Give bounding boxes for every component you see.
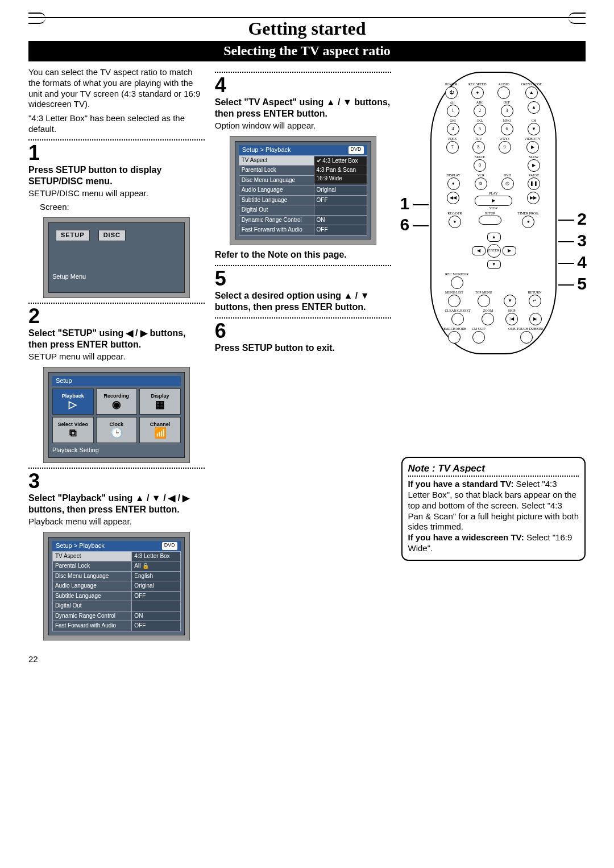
remote-audio-button [497,86,510,99]
header-ornament-left [28,13,45,24]
step-6-heading: Press SETUP button to exit. [215,342,391,354]
remote-0-button: 0 [474,159,486,172]
separator [28,139,205,140]
note-subhead-2: If you have a widescreen TV: [408,532,524,542]
remote-down2-button: ▼ [504,295,516,307]
remote-left-button: ◀ [472,246,486,255]
step-1-number: 1 [28,143,205,163]
remote-2-button: 2 [474,105,486,117]
remote-1-button: 1 [447,105,459,117]
step-2-heading: Select "SETUP" using ◀ / ▶ buttons, then… [28,328,205,350]
osd4-option-1: 4:3 Pan & Scan [314,166,367,175]
osd-cell-playback: Playback▷ [52,388,94,415]
callout-3: 3 [577,232,587,249]
remote-setup-button [479,216,501,225]
remote-enter-button: ENTER [487,244,501,258]
remote-recmonitor-button [451,276,463,289]
osd-setup-caption: Setup Menu [52,273,181,281]
remote-menulist-button [448,295,460,307]
step-3-heading: Select "Playback" using ▲ / ▼ / ◀ / ▶ bu… [28,493,205,515]
separator [215,72,391,73]
remote-vcr-button: ⊚ [475,177,487,190]
remote-8-button: 8 [472,141,485,154]
step-6-number: 6 [215,321,391,341]
callout-5: 5 [577,275,587,292]
remote-return-button: ↩ [529,295,541,307]
step-3-number: 3 [28,471,205,491]
column-left: You can select the TV aspect ratio to ma… [28,67,205,645]
remote-up-button: ▲ [487,233,501,242]
column-right: 1 6 2 3 4 5 POWER⏻ REC SPEED● AUDIO OPEN… [401,67,586,645]
step-1-screen-label: Screen: [40,202,205,213]
remote-down-button: ▼ [487,260,501,269]
remote-skipback-button: |◀ [505,313,518,325]
osd-disc-button: DISC [98,230,126,241]
step-4-body: Option window will appear. [215,121,391,131]
separator [28,468,205,469]
remote-rec-button: ● [449,216,461,228]
remote-videotv-button: ▶ [526,141,539,154]
remote-6-button: 6 [501,123,513,135]
step-4-note-ref: Refer to the Note on this page. [215,249,391,261]
chapter-header: Getting started Selecting the TV aspect … [28,17,586,61]
osd-setup-header: Setup [52,376,181,386]
remote-4-button: 4 [447,123,459,135]
intro-paragraph-1: You can select the TV aspect ratio to ma… [28,67,205,110]
content-columns: You can select the TV aspect ratio to ma… [28,67,586,645]
remote-ff-button: ▶▶ [527,192,540,204]
remote-dubbing-button [520,331,533,344]
remote-rew-button: ◀◀ [447,192,459,204]
remote-9-button: 9 [499,141,511,154]
step-5-number: 5 [215,268,391,289]
osd-setup-menu: Setup Playback▷ Recording◉ Display▦ Sele… [43,367,190,464]
page-number: 22 [28,654,586,665]
osd4-option-2: 16:9 Wide [314,175,367,184]
step-1-body: SETUP/DISC menu will appear. [28,188,205,199]
intro-paragraph-2: "4:3 Letter Box" has been select­ed as t… [28,113,205,135]
osd3-table: TV Aspect4:3 Letter Box Parental LockAll… [52,551,181,631]
callout-2: 2 [577,210,587,228]
remote-clear-button [451,313,464,325]
step-4-number: 4 [215,75,391,96]
osd-tv-aspect-options: Setup > Playback DVD TV Aspect 4:3 Lette… [230,136,376,245]
remote-skipfwd-button: ▶| [529,313,542,325]
separator [28,303,205,304]
remote-searchmode-button [448,331,460,344]
remote-chup-button: ▲ [528,101,540,114]
remote-control-diagram: POWER⏻ REC SPEED● AUDIO OPEN/CLOSE▲ @/:1… [430,72,557,354]
remote-chdown-button: ▼ [528,123,540,135]
osd3-dvd-badge: DVD [162,542,177,550]
step-5-heading: Select a desired option using ▲ / ▼ butt… [215,290,391,313]
osd-cell-clock: Clock🕒 [96,417,138,443]
osd-setup2-caption: Playback Setting [52,447,181,454]
remote-display-button: ● [447,177,460,190]
remote-recspeed-button: ● [471,86,484,99]
note-title: Note : TV Aspect [408,462,579,474]
remote-slow-button: ▶ [528,159,540,172]
osd-cell-select-video: Select Video⧉ [52,417,94,443]
osd-cell-display: Display▦ [139,388,181,415]
remote-dvd-button: ◎ [501,177,514,190]
osd3-breadcrumb: Setup > Playback [56,542,105,550]
remote-cmskip-button [472,331,485,344]
osd-cell-recording: Recording◉ [96,388,138,415]
column-middle: 4 Select "TV Aspect" using ▲ / ▼ buttons… [215,67,391,645]
osd4-table: TV Aspect 4:3 Letter Box 4:3 Pan & Scan … [239,155,367,235]
remote-openclose-button: ▲ [525,86,538,99]
separator [215,317,391,319]
remote-zoom-button [482,313,494,325]
remote-right-button: ▶ [503,246,516,255]
callout-6: 6 [400,216,410,233]
remote-power-button: ⏻ [445,86,458,99]
remote-3-button: 3 [501,105,513,117]
remote-topmenu-button [478,295,490,307]
step-3-body: Playback menu will appear. [28,516,205,527]
header-ornament-right [569,13,586,24]
remote-7-button: 7 [446,141,459,154]
callout-1: 1 [400,195,410,212]
step-2-body: SETUP menu will appear. [28,352,205,362]
remote-dpad: ▲ ▼ ◀ ▶ ENTER [471,230,516,270]
chapter-title: Getting started [28,17,586,41]
note-subhead-1: If you have a standard TV: [408,479,514,489]
osd-setup-disc-menu: SETUP DISC Setup Menu [43,217,190,298]
